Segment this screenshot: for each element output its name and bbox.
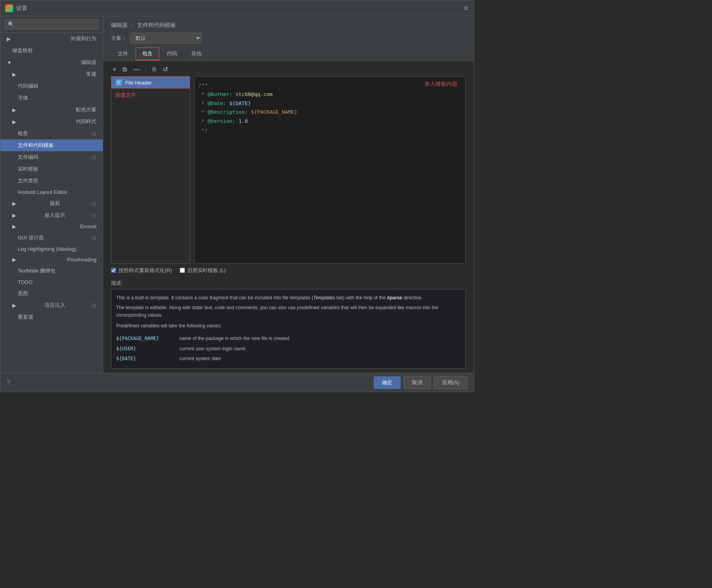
- template-item-file-header[interactable]: F File Header: [111, 77, 190, 88]
- scheme-select[interactable]: 默认: [130, 33, 202, 43]
- sidebar-item-general[interactable]: ▶ 常规: [0, 68, 103, 80]
- sidebar-item-file-types[interactable]: 文件类型: [0, 175, 103, 187]
- search-input[interactable]: [4, 19, 99, 29]
- sidebar-item-appearance[interactable]: ▶ 外观和行为: [0, 33, 103, 45]
- desc-paragraph-3: Predefined variables will take the follo…: [116, 322, 461, 330]
- template-icon: F: [116, 79, 122, 86]
- sidebar-item-keymap[interactable]: 键盘映射: [0, 45, 103, 56]
- tab-other[interactable]: 其他: [185, 47, 208, 60]
- sidebar-item-editor[interactable]: ▼ 编辑器: [0, 56, 103, 68]
- desc-paragraph-1: This is a built-in template. It contains…: [116, 294, 461, 302]
- tab-files[interactable]: 文件: [111, 47, 135, 60]
- editor-toolbar: + ⧉ — ⎘ ↺: [111, 65, 466, 74]
- description-box: This is a built-in template. It contains…: [111, 289, 466, 369]
- sidebar-item-color-scheme[interactable]: ▶ 配色方案: [0, 104, 103, 116]
- main-header: 编辑器 › 文件和代码模板 方案： 默认 文件 包含 代码 其他: [103, 16, 474, 61]
- editor-main: F File Header 新建文件 录入模板内容 /** * @Auther:…: [111, 76, 466, 264]
- code-line-3: * @Date: ${DATE}: [198, 100, 461, 108]
- sidebar-item-copyright[interactable]: ▶ 版权 ⊟: [0, 197, 103, 209]
- copy-button[interactable]: ⧉: [121, 65, 128, 74]
- sidebar-item-file-encoding[interactable]: 文件编码 ⊟: [0, 151, 103, 163]
- sidebar-item-inspect[interactable]: 检查 ⊟: [0, 128, 103, 139]
- arrow-icon: ▶: [12, 212, 16, 218]
- arrow-icon: ▶: [12, 71, 16, 77]
- sidebar-item-lang-inject[interactable]: ▶ 语言注入 ⊟: [0, 299, 103, 311]
- breadcrumb: 编辑器 › 文件和代码模板: [111, 22, 466, 29]
- new-file-label: 新建文件: [111, 88, 190, 102]
- var-desc: name of the package in which the new fil…: [179, 334, 461, 344]
- app-icon: [5, 4, 13, 12]
- arrow-icon: ▶: [12, 107, 16, 113]
- code-editor[interactable]: 录入模板内容 /** * @Auther: stc66@qq.com * @Da…: [194, 76, 466, 264]
- bottom-options: 按照样式重新格式化(R) 启用实时模板 (L): [111, 264, 466, 276]
- sidebar-item-android-layout[interactable]: Android Layout Editor: [0, 187, 103, 197]
- settings-window: 设置 ✕ ▶ 外观和行为 键盘映射 ▼ 编辑器 ▶: [0, 0, 474, 392]
- main-content: ▶ 外观和行为 键盘映射 ▼ 编辑器 ▶ 常规 代码编辑 字: [0, 16, 474, 373]
- arrow-icon: ▶: [12, 257, 16, 263]
- close-button[interactable]: ✕: [463, 4, 469, 13]
- sidebar-item-live-templates[interactable]: 实时模板: [0, 163, 103, 175]
- tab-bar: 文件 包含 代码 其他: [111, 47, 466, 60]
- tab-includes[interactable]: 包含: [136, 47, 159, 60]
- reset-button[interactable]: ⎘: [151, 65, 158, 74]
- var-desc: current system date: [179, 354, 461, 364]
- apply-button[interactable]: 应用(A): [434, 376, 467, 389]
- settings-icon: ⊟: [92, 302, 96, 308]
- sidebar-item-todo[interactable]: TODO: [0, 277, 103, 287]
- add-button[interactable]: +: [111, 65, 118, 74]
- table-row: ${DATE} current system date: [116, 354, 461, 364]
- sidebar-item-code-style[interactable]: ▶ 代码样式: [0, 116, 103, 128]
- sidebar-item-embed-hints[interactable]: ▶ 嵌入提示 ⊟: [0, 209, 103, 221]
- editor-area: + ⧉ — ⎘ ↺ F File Header 新建文件: [103, 61, 474, 280]
- settings-icon: ⊟: [92, 154, 96, 160]
- sidebar-item-font[interactable]: 字体: [0, 92, 103, 104]
- tab-code[interactable]: 代码: [160, 47, 184, 60]
- template-list: F File Header 新建文件: [111, 76, 190, 264]
- arrow-icon: ▼: [7, 60, 12, 66]
- code-line-2: * @Auther: stc66@qq.com: [198, 90, 461, 99]
- live-template-checkbox[interactable]: [180, 268, 185, 273]
- divider: [146, 67, 146, 72]
- sidebar-item-code-edit[interactable]: 代码编辑: [0, 80, 103, 92]
- footer: ? 确定 取消 应用(A): [0, 373, 474, 392]
- window-title: 设置: [16, 5, 27, 12]
- sidebar-item-proofreading[interactable]: ▶ Proofreading: [0, 254, 103, 265]
- undo-button[interactable]: ↺: [161, 65, 170, 74]
- arrow-icon: ▶: [12, 119, 16, 125]
- remove-button[interactable]: —: [132, 65, 141, 74]
- help-button[interactable]: ?: [7, 379, 10, 386]
- ok-button[interactable]: 确定: [374, 376, 401, 389]
- settings-icon: ⊟: [92, 235, 96, 241]
- sidebar: ▶ 外观和行为 键盘映射 ▼ 编辑器 ▶ 常规 代码编辑 字: [0, 16, 103, 373]
- sidebar-item-gui-designer[interactable]: GUI 设计器 ⊟: [0, 232, 103, 244]
- code-line-5: * @Version: 1.0: [198, 117, 461, 126]
- desc-table: ${PACKAGE_NAME} name of the package in w…: [116, 334, 461, 364]
- cancel-button[interactable]: 取消: [404, 376, 431, 389]
- code-line-1: /**: [198, 81, 461, 90]
- sidebar-item-duplicates[interactable]: 重复项: [0, 311, 103, 323]
- table-row: ${PACKAGE_NAME} name of the package in w…: [116, 334, 461, 344]
- sidebar-item-log-highlighting[interactable]: Log Highlighting (Ideolog): [0, 244, 103, 254]
- code-line-6: */: [198, 126, 461, 135]
- live-template-checkbox-label[interactable]: 启用实时模板 (L): [180, 267, 226, 274]
- arrow-icon: ▶: [12, 224, 16, 229]
- sidebar-item-emmet[interactable]: ▶ Emmet: [0, 221, 103, 232]
- arrow-icon: ▶: [12, 302, 16, 308]
- sidebar-list: ▶ 外观和行为 键盘映射 ▼ 编辑器 ▶ 常规 代码编辑 字: [0, 33, 103, 373]
- title-bar: 设置 ✕: [0, 0, 474, 16]
- arrow-icon: ▶: [12, 201, 16, 207]
- description-label: 描述:: [111, 280, 466, 287]
- table-row: ${USER} current user system login name: [116, 344, 461, 354]
- code-line-4: * @Description: ${PACKAGE_NAME}: [198, 108, 461, 116]
- description-section: 描述: This is a built-in template. It cont…: [103, 280, 474, 373]
- var-name: ${PACKAGE_NAME}: [116, 334, 179, 344]
- reformat-checkbox-label[interactable]: 按照样式重新格式化(R): [111, 267, 172, 274]
- sidebar-item-textmate[interactable]: TextMate 捆绑包: [0, 265, 103, 277]
- settings-icon: ⊟: [92, 130, 96, 137]
- settings-icon: ⊟: [92, 200, 96, 207]
- main-panel: 编辑器 › 文件和代码模板 方案： 默认 文件 包含 代码 其他: [103, 16, 474, 373]
- sidebar-item-intention[interactable]: 意图: [0, 287, 103, 299]
- reformat-checkbox[interactable]: [111, 268, 116, 273]
- arrow-icon: ▶: [7, 36, 11, 42]
- sidebar-item-file-templates[interactable]: 文件和代码模板: [0, 139, 103, 151]
